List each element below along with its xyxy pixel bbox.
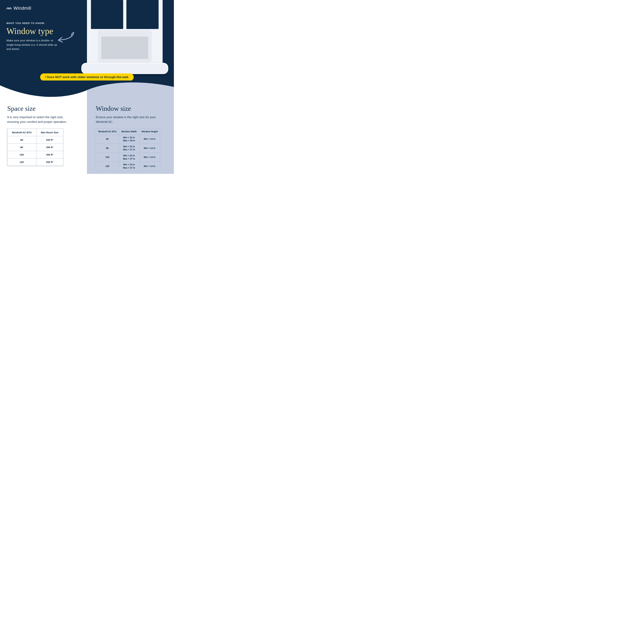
- space-th-btu: Windmill AC BTU: [7, 129, 36, 136]
- space-desc: It is very important to select the right…: [7, 115, 72, 124]
- hero-section: Windmill WHAT YOU NEED TO KNOW: Window t…: [0, 0, 174, 85]
- window-desc: Ensure your window is the right size for…: [96, 115, 160, 124]
- window-title: Window size: [96, 105, 167, 112]
- table-row: 12K550 ft²: [7, 158, 63, 166]
- space-table: Windmill AC BTU Max Room Size 6K250 ft² …: [7, 129, 63, 166]
- hero-description: Make sure your window is a double- or si…: [6, 38, 60, 51]
- table-row: 10K450 ft²: [7, 151, 63, 158]
- windmill-icon: [6, 6, 12, 10]
- warning-pill: ! Does NOT work with slider windows or t…: [40, 73, 134, 81]
- table-row: 8K Min = 23 inMax = 37 in Min = 14 in: [96, 144, 160, 153]
- arrow-icon: [55, 31, 76, 43]
- table-row: Windmill AC BTU Window Width Window Heig…: [96, 129, 160, 135]
- brand-name: Windmill: [14, 6, 31, 11]
- wave-divider: [0, 81, 174, 103]
- window-illustration: [81, 0, 168, 74]
- space-th-room: Max Room Size: [36, 129, 63, 136]
- table-row: 12K Min = 23 inMax = 37 in Min = 14 in: [96, 162, 160, 171]
- table-row: 10K Min = 23 inMax = 37 in Min = 14 in: [96, 153, 160, 162]
- space-title: Space size: [7, 105, 80, 112]
- table-row: 6K250 ft²: [7, 136, 63, 144]
- window-th-width: Window Width: [119, 129, 139, 135]
- table-row: 8K350 ft²: [7, 144, 63, 151]
- window-table: Windmill AC BTU Window Width Window Heig…: [96, 129, 160, 171]
- window-th-btu: Windmill AC BTU: [96, 129, 119, 135]
- table-row: 6K Min = 22 inMax = 36 in Min = 13 in: [96, 135, 160, 144]
- table-row: Windmill AC BTU Max Room Size: [7, 129, 63, 136]
- window-th-height: Window Height: [139, 129, 160, 135]
